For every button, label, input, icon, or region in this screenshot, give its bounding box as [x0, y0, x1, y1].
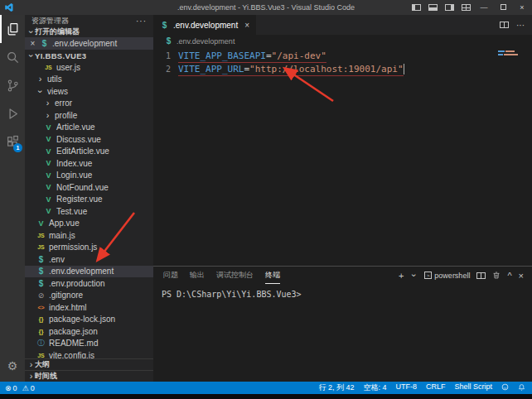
tree-file-Discuss.vue[interactable]: VDiscuss.vue [25, 133, 153, 146]
maximize-button[interactable] [497, 3, 509, 12]
tree-file-EditArticle.vue[interactable]: VEditArticle.vue [25, 146, 153, 158]
vscode-window: .env.development - Yi.BBS.Vue3 - Visual … [0, 0, 532, 399]
tree-file-Test.vue[interactable]: VTest.vue [25, 205, 153, 218]
code-text: VITE_APP_URL="http://localhost:19001/api… [178, 63, 404, 76]
terminal-output[interactable]: PS D:\CSharp\Yi\Yi.BBS.Vue3> [153, 284, 532, 382]
timeline-section[interactable]: › 时间线 [25, 370, 153, 382]
close-editor-icon[interactable]: × [29, 39, 36, 48]
status-item[interactable]: Shell Script [454, 382, 492, 393]
tree-file-.env.production[interactable]: $.env.production [25, 277, 153, 290]
maximize-panel-icon[interactable]: ^ [507, 271, 511, 281]
tree-file-user.js[interactable]: JSuser.js [25, 61, 153, 74]
split-terminal-icon[interactable] [476, 272, 486, 279]
status-item[interactable]: 行 2, 列 42 [318, 382, 354, 393]
kill-terminal-icon[interactable] [492, 271, 501, 280]
terminal-shell-selector[interactable]: > powershell [424, 272, 470, 280]
status-right-items: 行 2, 列 42空格: 4UTF-8CRLFShell Script [318, 382, 492, 393]
customize-layout-icon[interactable] [462, 3, 471, 12]
file-label: .gitignore [49, 291, 83, 300]
code-editor[interactable]: 1VITE_APP_BASEAPI="/api-dev"2VITE_APP_UR… [153, 47, 532, 266]
file-label: views [47, 87, 68, 96]
tree-file-Register.vue[interactable]: VRegister.vue [25, 194, 153, 206]
minimap[interactable] [498, 50, 528, 57]
tree-file-README.md[interactable]: ⓘREADME.md [25, 338, 153, 350]
vue-file-icon: V [44, 159, 53, 167]
explorer-icon[interactable] [0, 15, 25, 43]
extensions-icon[interactable]: 1 [0, 127, 25, 156]
status-left: ⊗ 0 ⚠ 0 [5, 384, 35, 392]
breadcrumb[interactable]: $ .env.development [153, 35, 532, 47]
toggle-panel-icon[interactable] [428, 3, 438, 12]
panel-tab-调试控制台[interactable]: 调试控制台 [216, 267, 254, 284]
file-label: main.js [49, 231, 75, 240]
more-editor-actions-icon[interactable]: ··· [516, 21, 525, 30]
status-item[interactable]: CRLF [426, 382, 446, 393]
panel-tab-输出[interactable]: 输出 [190, 267, 205, 284]
chevron-right-icon: › [27, 373, 35, 380]
env-file-icon: $ [36, 267, 46, 276]
toggle-sidebar-icon[interactable] [412, 3, 421, 12]
problems-indicator[interactable]: ⊗ 0 ⚠ 0 [5, 384, 35, 392]
tree-file-Index.vue[interactable]: VIndex.vue [25, 157, 153, 170]
file-tree: JSuser.js›utils›views›error›profileVArti… [25, 61, 153, 358]
tree-folder-views[interactable]: ›views [25, 85, 153, 98]
tab-env-development[interactable]: $ .env.development × [153, 15, 256, 35]
tree-file-main.js[interactable]: JSmain.js [25, 229, 153, 242]
status-item[interactable]: 空格: 4 [363, 382, 386, 393]
file-label: .env [49, 255, 65, 264]
tree-file-NotFound.vue[interactable]: VNotFound.vue [25, 181, 153, 194]
close-button[interactable]: × [516, 3, 528, 12]
notifications-bell-icon[interactable] [518, 383, 525, 393]
source-control-icon[interactable] [0, 71, 25, 99]
line-number: 1 [153, 50, 178, 63]
panel-tab-问题[interactable]: 问题 [163, 267, 178, 284]
tree-folder-utils[interactable]: ›utils [25, 74, 153, 86]
toggle-secondary-sidebar-icon[interactable] [445, 3, 454, 12]
close-panel-icon[interactable]: × [519, 271, 524, 281]
open-editors-header[interactable]: › 打开的编辑器 [25, 26, 153, 37]
tree-file-vite.config.js[interactable]: JSvite.config.js [25, 349, 153, 358]
tree-file-.gitignore[interactable]: ⊘.gitignore [25, 290, 153, 302]
outline-section[interactable]: › 大纲 [25, 358, 153, 370]
minimize-button[interactable]: — [478, 3, 490, 12]
vscode-logo-icon[interactable] [4, 2, 14, 12]
status-item[interactable]: UTF-8 [395, 382, 417, 393]
open-editor-item[interactable]: × $ .env.development [25, 37, 153, 50]
file-label: Test.vue [56, 207, 87, 216]
code-line-2[interactable]: 2VITE_APP_URL="http://localhost:19001/ap… [153, 63, 532, 76]
git-file-icon: ⊘ [36, 291, 46, 300]
terminal-dropdown-icon[interactable]: › [410, 272, 418, 279]
split-editor-icon[interactable] [500, 21, 509, 30]
more-actions-icon[interactable]: ··· [136, 17, 147, 26]
file-label: README.md [49, 339, 98, 348]
tree-file-.env[interactable]: $.env [25, 253, 153, 266]
vue-file-icon: V [44, 207, 53, 215]
file-label: permission.js [49, 243, 97, 252]
main-area: 1 ⚙ 资源管理器 ··· › 打开的编辑器 × $ .env.developm… [0, 15, 532, 382]
tree-file-package-lock.json[interactable]: {}package-lock.json [25, 314, 153, 326]
tree-file-permission.js[interactable]: JSpermission.js [25, 242, 153, 254]
tree-folder-error[interactable]: ›error [25, 98, 153, 110]
tree-file-App.vue[interactable]: VApp.vue [25, 218, 153, 230]
tree-file-index.html[interactable]: <>index.html [25, 301, 153, 314]
breadcrumb-item[interactable]: .env.development [177, 37, 235, 46]
sidebar-header: 资源管理器 ··· [25, 15, 153, 26]
file-label: Login.vue [56, 171, 92, 180]
editor-actions: ··· [500, 15, 532, 35]
vue-file-icon: V [44, 195, 53, 204]
code-line-1[interactable]: 1VITE_APP_BASEAPI="/api-dev" [153, 50, 532, 63]
tree-folder-profile[interactable]: ›profile [25, 109, 153, 122]
tree-file-package.json[interactable]: {}package.json [25, 325, 153, 338]
close-tab-icon[interactable]: × [244, 21, 249, 30]
tree-file-Login.vue[interactable]: VLogin.vue [25, 170, 153, 182]
tree-file-Article.vue[interactable]: VArticle.vue [25, 122, 153, 134]
new-terminal-icon[interactable]: + [399, 271, 404, 281]
warning-count: 0 [31, 384, 35, 392]
project-root-header[interactable]: › YI.BBS.VUE3 [25, 50, 153, 61]
feedback-smiley-icon[interactable] [501, 383, 509, 392]
settings-gear-icon[interactable]: ⚙ [0, 353, 25, 378]
search-icon[interactable] [0, 43, 25, 71]
panel-tab-终端[interactable]: 终端 [265, 267, 280, 284]
run-debug-icon[interactable] [0, 99, 25, 127]
tree-file-.env.development[interactable]: $.env.development [25, 266, 153, 278]
